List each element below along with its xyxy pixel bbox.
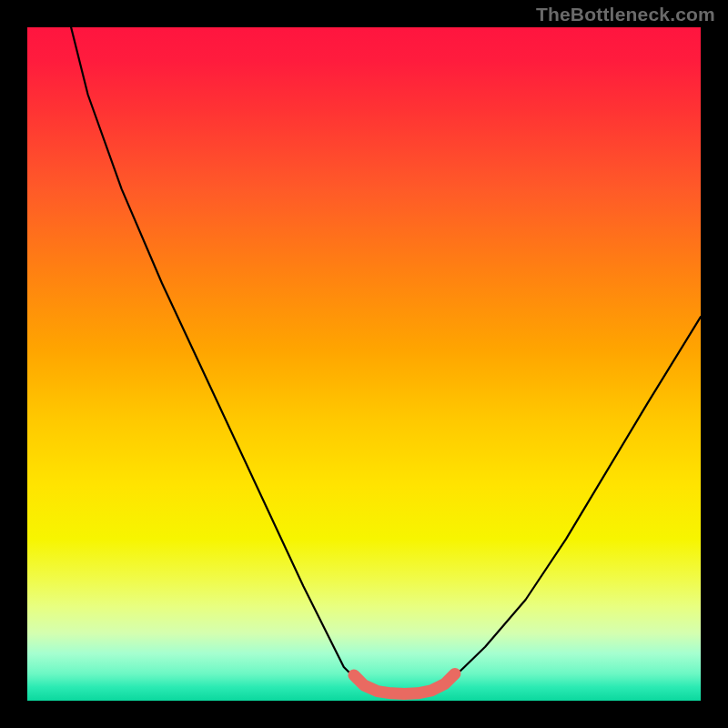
watermark-text: TheBottleneck.com xyxy=(536,4,715,25)
bottleneck-curve xyxy=(71,27,701,695)
curve-layer xyxy=(27,27,701,701)
plot-area xyxy=(27,27,701,701)
chart-frame: TheBottleneck.com xyxy=(0,0,728,728)
bottleneck-marker xyxy=(354,673,455,693)
